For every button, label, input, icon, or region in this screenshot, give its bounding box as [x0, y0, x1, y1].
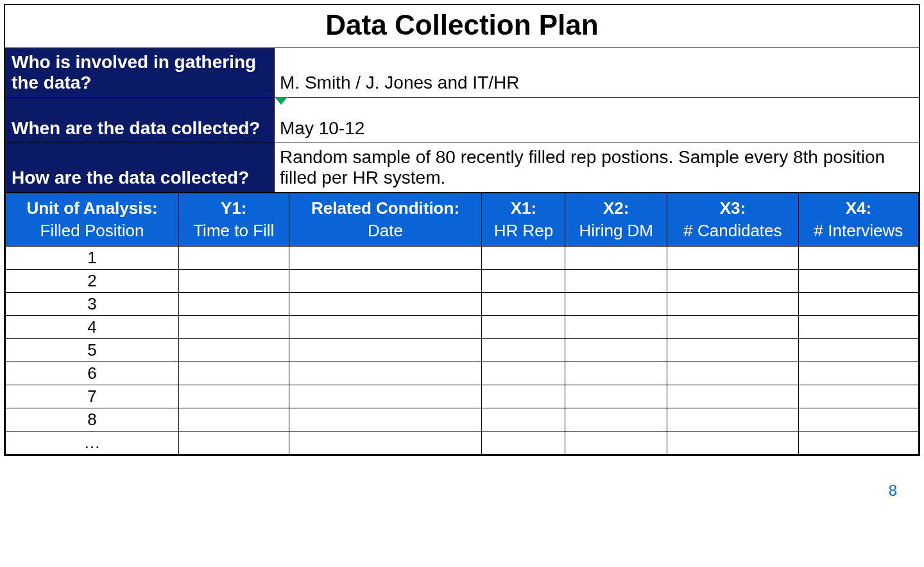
cell-empty: [289, 432, 482, 455]
meta-value-who: M. Smith / J. Jones and IT/HR: [275, 48, 919, 97]
data-collection-plan: Data Collection Plan Who is involved in …: [4, 4, 920, 456]
meta-label-when: When are the data collected?: [5, 98, 275, 143]
cell-empty: [482, 293, 565, 316]
cell-empty: [482, 247, 565, 270]
cell-empty: [565, 316, 667, 339]
cell-empty: [482, 385, 565, 408]
cell-empty: [667, 408, 798, 432]
table-row: 5: [6, 339, 919, 362]
col-header-y1: Y1:Time to Fill: [179, 193, 289, 247]
table-body: 12345678…: [6, 247, 919, 455]
cell-empty: [798, 316, 918, 339]
table-row: 6: [6, 362, 919, 385]
table-row: 7: [6, 385, 919, 408]
col-header-x3: X3:# Candidates: [667, 193, 798, 247]
cell-empty: [289, 408, 482, 432]
meta-row-how: How are the data collected? Random sampl…: [5, 143, 919, 193]
row-index: 6: [6, 362, 179, 385]
cell-empty: [798, 339, 918, 362]
cell-empty: [289, 293, 482, 316]
cell-empty: [289, 385, 482, 408]
meta-label-who: Who is involved in gathering the data?: [5, 48, 275, 97]
row-index: 7: [6, 385, 179, 408]
cell-empty: [179, 270, 289, 293]
cell-empty: [289, 362, 482, 385]
cell-empty: [565, 270, 667, 293]
table-row: …: [6, 432, 919, 455]
cell-empty: [482, 362, 565, 385]
meta-value-when: May 10-12: [275, 98, 919, 143]
cell-empty: [667, 247, 798, 270]
cell-empty: [289, 339, 482, 362]
row-index: 5: [6, 339, 179, 362]
cell-empty: [798, 362, 918, 385]
cell-empty: [289, 247, 482, 270]
cell-empty: [179, 385, 289, 408]
cell-empty: [179, 362, 289, 385]
cell-empty: [289, 316, 482, 339]
cell-empty: [179, 408, 289, 432]
meta-label-when-text: When are the data collected?: [12, 118, 260, 139]
row-index: 8: [6, 408, 179, 432]
cell-empty: [179, 432, 289, 455]
row-index: 2: [6, 270, 179, 293]
cell-empty: [179, 293, 289, 316]
row-index: 1: [6, 247, 179, 270]
col-header-unit: Unit of Analysis:Filled Position: [6, 193, 179, 247]
table-row: 2: [6, 270, 919, 293]
cell-empty: [667, 293, 798, 316]
cell-empty: [179, 316, 289, 339]
cell-empty: [179, 339, 289, 362]
cell-empty: [798, 385, 918, 408]
cell-empty: [289, 270, 482, 293]
table-row: 3: [6, 293, 919, 316]
row-index: 4: [6, 316, 179, 339]
cell-empty: [565, 293, 667, 316]
cell-empty: [798, 293, 918, 316]
col-header-condition: Related Condition:Date: [289, 193, 482, 247]
table-row: 4: [6, 316, 919, 339]
cell-indicator-icon: [275, 97, 287, 105]
cell-empty: [798, 270, 918, 293]
cell-empty: [565, 432, 667, 455]
cell-empty: [565, 362, 667, 385]
cell-empty: [667, 385, 798, 408]
data-table: Unit of Analysis:Filled Position Y1:Time…: [5, 193, 919, 455]
col-header-x4: X4:# Interviews: [798, 193, 918, 247]
col-header-x1: X1:HR Rep: [482, 193, 565, 247]
cell-empty: [667, 270, 798, 293]
meta-label-how: How are the data collected?: [5, 143, 275, 192]
cell-empty: [667, 316, 798, 339]
cell-empty: [798, 408, 918, 432]
table-row: 8: [6, 408, 919, 432]
table-row: 1: [6, 247, 919, 270]
cell-empty: [565, 247, 667, 270]
cell-empty: [565, 408, 667, 432]
col-header-x2: X2:Hiring DM: [565, 193, 667, 247]
cell-empty: [565, 339, 667, 362]
cell-empty: [667, 339, 798, 362]
cell-empty: [798, 247, 918, 270]
cell-empty: [565, 385, 667, 408]
page-title: Data Collection Plan: [5, 5, 919, 48]
meta-value-how: Random sample of 80 recently filled rep …: [275, 143, 919, 192]
cell-empty: [179, 247, 289, 270]
cell-empty: [667, 432, 798, 455]
meta-row-who: Who is involved in gathering the data? M…: [5, 48, 919, 98]
cell-empty: [482, 339, 565, 362]
row-index: …: [6, 432, 179, 455]
cell-empty: [482, 270, 565, 293]
cell-empty: [482, 432, 565, 455]
cell-empty: [482, 316, 565, 339]
cell-empty: [482, 408, 565, 432]
meta-row-when: When are the data collected? May 10-12: [5, 98, 919, 143]
page-number: 8: [4, 456, 920, 506]
row-index: 3: [6, 293, 179, 316]
cell-empty: [667, 362, 798, 385]
table-header-row: Unit of Analysis:Filled Position Y1:Time…: [6, 193, 919, 247]
cell-empty: [798, 432, 918, 455]
